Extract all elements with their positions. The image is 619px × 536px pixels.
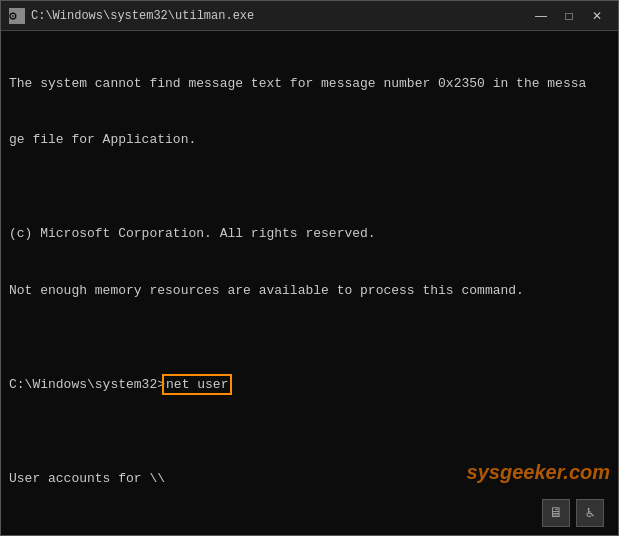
prompt-1: C:\Windows\system32> (9, 377, 165, 392)
window-title: C:\Windows\system32\utilman.exe (31, 9, 528, 23)
titlebar: ⚙ C:\Windows\system32\utilman.exe — □ ✕ (1, 1, 618, 31)
line-7: C:\Windows\system32>net user (9, 376, 610, 395)
monitor-icon: 🖥 (549, 503, 563, 523)
taskbar-icon-monitor[interactable]: 🖥 (542, 499, 570, 527)
command-1: net user (165, 377, 229, 392)
window-controls: — □ ✕ (528, 6, 610, 26)
terminal-output[interactable]: The system cannot find message text for … (1, 31, 618, 535)
minimize-button[interactable]: — (528, 6, 554, 26)
maximize-button[interactable]: □ (556, 6, 582, 26)
taskbar-icon-accessibility[interactable]: ♿ (576, 499, 604, 527)
taskbar-icons: 🖥 ♿ (542, 499, 604, 527)
accessibility-icon: ♿ (586, 503, 594, 523)
close-button[interactable]: ✕ (584, 6, 610, 26)
line-5: Not enough memory resources are availabl… (9, 282, 610, 301)
line-1: The system cannot find message text for … (9, 75, 610, 94)
window: ⚙ C:\Windows\system32\utilman.exe — □ ✕ … (0, 0, 619, 536)
window-icon: ⚙ (9, 8, 25, 24)
watermark-text: sysgeeker.com (467, 458, 610, 487)
line-2: ge file for Application. (9, 131, 610, 150)
line-4: (c) Microsoft Corporation. All rights re… (9, 225, 610, 244)
